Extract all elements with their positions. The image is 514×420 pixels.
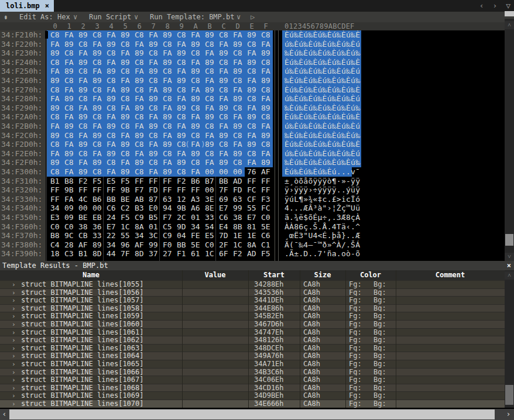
row-expand-chevron-icon[interactable]: ›: [12, 329, 16, 337]
hex-byte[interactable]: FA: [62, 195, 76, 204]
hex-byte[interactable]: B6: [189, 177, 203, 186]
hex-byte[interactable]: 89: [174, 158, 189, 167]
hex-byte[interactable]: FA: [62, 58, 76, 67]
hex-byte[interactable]: FA: [104, 140, 118, 149]
hex-byte[interactable]: C0: [203, 240, 217, 250]
hex-byte[interactable]: FA: [231, 30, 245, 40]
hex-byte[interactable]: C8: [231, 131, 245, 140]
hex-byte[interactable]: B1: [76, 249, 90, 259]
hex-byte[interactable]: C8: [62, 131, 76, 140]
hex-byte[interactable]: FD: [146, 185, 160, 195]
hex-byte[interactable]: FA: [174, 40, 189, 49]
hex-byte[interactable]: 00: [203, 185, 217, 195]
hex-byte[interactable]: 1E: [245, 231, 259, 240]
scroll-up-icon[interactable]: ˄: [505, 21, 514, 29]
template-row[interactable]: ›struct BITMAPLINE lines[1063]348DCEhCA8…: [0, 344, 505, 352]
hex-byte[interactable]: 89: [231, 94, 245, 104]
hex-byte[interactable]: E0: [146, 204, 160, 213]
hex-byte[interactable]: 61: [189, 249, 203, 259]
hex-byte[interactable]: FA: [132, 149, 146, 159]
hex-byte[interactable]: 89: [48, 104, 62, 113]
hex-byte[interactable]: C8: [48, 85, 62, 95]
hex-byte[interactable]: 81: [245, 222, 259, 232]
hex-byte[interactable]: 8D: [132, 249, 146, 259]
row-expand-chevron-icon[interactable]: ›: [12, 345, 16, 353]
hex-byte[interactable]: 89: [245, 85, 259, 95]
hex-byte[interactable]: 89: [90, 131, 104, 140]
hex-byte[interactable]: C8: [259, 58, 273, 67]
hex-byte[interactable]: 28: [62, 240, 76, 250]
tab-loli-bmp[interactable]: loli.bmp×: [0, 0, 54, 12]
hex-byte[interactable]: C8: [174, 30, 189, 40]
template-close-icon[interactable]: ×: [507, 261, 511, 270]
hex-byte[interactable]: 89: [174, 104, 189, 113]
hex-byte[interactable]: FA: [62, 30, 76, 40]
template-row[interactable]: ›struct BITMAPLINE lines[1055]34288EhCA8…: [0, 280, 505, 288]
hex-byte[interactable]: 1C: [203, 249, 217, 259]
hex-byte[interactable]: FA: [245, 104, 259, 113]
hex-byte[interactable]: FA: [174, 67, 189, 76]
hex-byte[interactable]: FA: [118, 131, 132, 140]
hex-byte[interactable]: 01: [146, 222, 160, 232]
hex-byte[interactable]: 89: [231, 122, 245, 131]
hex-byte[interactable]: 89: [90, 76, 104, 85]
hex-byte[interactable]: FA: [76, 76, 90, 85]
hex-byte[interactable]: FA: [62, 167, 76, 177]
hex-byte[interactable]: 22: [104, 231, 118, 240]
hex-byte[interactable]: C8: [76, 122, 90, 131]
tab-close-icon[interactable]: ×: [45, 2, 49, 10]
hex-byte[interactable]: AD: [245, 249, 259, 259]
hex-byte[interactable]: 63: [231, 195, 245, 204]
hex-byte[interactable]: 8A: [132, 222, 146, 232]
hex-byte[interactable]: C8: [217, 85, 231, 95]
hex-grid[interactable]: 34:F210h:C8FA89C8FA89C8FA89C8FA89C8FA89C…: [0, 30, 505, 261]
hex-byte[interactable]: C8: [160, 122, 174, 131]
hex-byte[interactable]: 89: [48, 158, 62, 167]
row-expand-chevron-icon[interactable]: ›: [12, 400, 16, 408]
hex-byte[interactable]: 89: [217, 158, 231, 167]
hex-byte[interactable]: 27: [160, 249, 174, 259]
hex-byte[interactable]: FA: [48, 122, 62, 131]
hex-byte[interactable]: 1E: [231, 231, 245, 240]
ascii-text[interactable]: ÿ›ÿÿÿ›÷ýÿÿÿ..ýüÿ: [285, 185, 360, 195]
template-row[interactable]: ›struct BITMAPLINE lines[1064]349A76hCA8…: [0, 352, 505, 360]
hex-byte[interactable]: 55: [118, 231, 132, 240]
hex-byte[interactable]: C8: [189, 131, 203, 140]
hex-byte[interactable]: FF: [48, 195, 62, 204]
hex-byte[interactable]: FA: [48, 94, 62, 104]
row-expand-chevron-icon[interactable]: ›: [12, 305, 16, 313]
hex-byte[interactable]: 89: [189, 67, 203, 76]
hex-byte[interactable]: FA: [259, 40, 273, 49]
hex-byte[interactable]: FF: [245, 177, 259, 186]
hex-byte[interactable]: 89: [160, 167, 174, 177]
hex-byte[interactable]: 89: [259, 131, 273, 140]
hex-byte[interactable]: FF: [174, 185, 189, 195]
hex-byte[interactable]: FA: [160, 76, 174, 85]
hex-byte[interactable]: C8: [132, 140, 146, 149]
hex-byte[interactable]: FA: [160, 49, 174, 58]
hex-byte[interactable]: FA: [189, 30, 203, 40]
ascii-text[interactable]: ‰Èú‰Èú‰Èú‰Èú‰Èú‰: [285, 104, 360, 113]
hex-byte[interactable]: B1: [48, 177, 62, 186]
hex-byte[interactable]: FA: [118, 104, 132, 113]
hex-byte[interactable]: 89: [90, 104, 104, 113]
hex-byte[interactable]: FA: [104, 112, 118, 122]
hex-byte[interactable]: C8: [231, 104, 245, 113]
hex-byte[interactable]: 89: [189, 94, 203, 104]
hex-byte[interactable]: FE: [189, 231, 203, 240]
hex-byte[interactable]: FA: [62, 140, 76, 149]
hex-byte[interactable]: C8: [203, 40, 217, 49]
hex-byte[interactable]: FA: [217, 67, 231, 76]
hex-byte[interactable]: C8: [259, 112, 273, 122]
hex-byte[interactable]: C8: [160, 67, 174, 76]
hex-byte[interactable]: 89: [48, 131, 62, 140]
hex-byte[interactable]: C8: [245, 40, 259, 49]
hex-byte[interactable]: 89: [90, 158, 104, 167]
hex-byte[interactable]: C8: [259, 85, 273, 95]
ascii-text[interactable]: ‰Èú‰Èú‰Èú‰Èú‰Èú‰: [285, 158, 360, 167]
row-expand-chevron-icon[interactable]: ›: [12, 289, 16, 297]
hex-byte[interactable]: 89: [146, 94, 160, 104]
hex-byte[interactable]: 38: [76, 222, 90, 232]
ascii-text[interactable]: ã.¾ë$õÉµ÷,.3Æ8çÀ: [285, 213, 360, 222]
hex-byte[interactable]: 89: [217, 76, 231, 85]
